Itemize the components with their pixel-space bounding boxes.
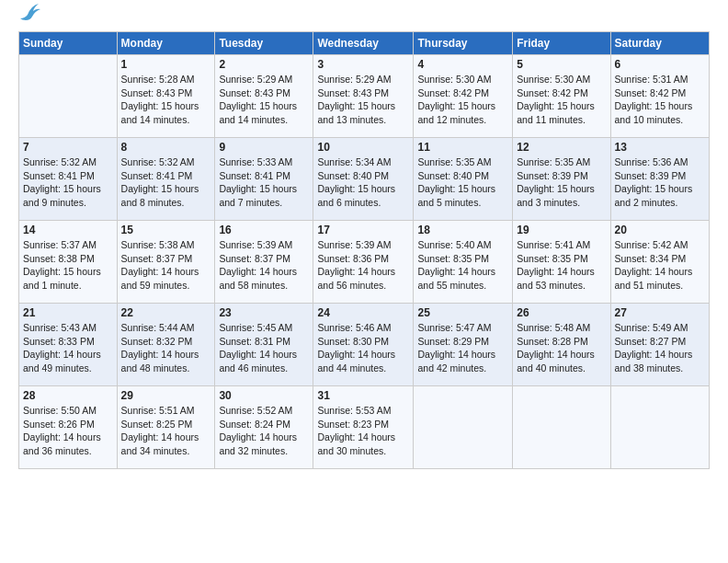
day-info: Sunrise: 5:35 AMSunset: 8:39 PMDaylight:…: [517, 155, 606, 210]
calendar-cell: 18Sunrise: 5:40 AMSunset: 8:35 PMDayligh…: [414, 221, 513, 304]
calendar-cell: 16Sunrise: 5:39 AMSunset: 8:37 PMDayligh…: [215, 221, 313, 304]
day-number: 29: [121, 389, 211, 402]
day-info: Sunrise: 5:47 AMSunset: 8:29 PMDaylight:…: [417, 321, 508, 375]
day-info: Sunrise: 5:37 AMSunset: 8:38 PMDaylight:…: [23, 238, 113, 293]
calendar-day-header: Monday: [117, 32, 215, 55]
day-info: Sunrise: 5:38 AMSunset: 8:37 PMDaylight:…: [121, 238, 211, 293]
calendar-cell: 31Sunrise: 5:53 AMSunset: 8:23 PMDayligh…: [313, 386, 414, 469]
calendar: SundayMondayTuesdayWednesdayThursdayFrid…: [18, 31, 710, 469]
day-number: 12: [517, 141, 606, 154]
calendar-cell: 27Sunrise: 5:49 AMSunset: 8:27 PMDayligh…: [610, 304, 709, 386]
calendar-day-header: Sunday: [19, 32, 118, 55]
calendar-cell: 17Sunrise: 5:39 AMSunset: 8:36 PMDayligh…: [313, 221, 414, 304]
day-info: Sunrise: 5:52 AMSunset: 8:24 PMDaylight:…: [219, 404, 309, 458]
day-info: Sunrise: 5:28 AMSunset: 8:43 PMDaylight:…: [121, 73, 211, 127]
calendar-cell: 6Sunrise: 5:31 AMSunset: 8:42 PMDaylight…: [610, 55, 709, 138]
calendar-cell: 7Sunrise: 5:32 AMSunset: 8:41 PMDaylight…: [19, 138, 118, 221]
calendar-cell: [414, 386, 513, 469]
calendar-cell: 9Sunrise: 5:33 AMSunset: 8:41 PMDaylight…: [215, 138, 313, 221]
day-info: Sunrise: 5:43 AMSunset: 8:33 PMDaylight:…: [23, 321, 113, 375]
day-number: 7: [23, 141, 113, 154]
calendar-cell: 21Sunrise: 5:43 AMSunset: 8:33 PMDayligh…: [19, 304, 118, 386]
calendar-cell: 24Sunrise: 5:46 AMSunset: 8:30 PMDayligh…: [313, 304, 414, 386]
day-number: 17: [317, 224, 409, 236]
calendar-cell: 1Sunrise: 5:28 AMSunset: 8:43 PMDaylight…: [117, 55, 215, 138]
calendar-week-row: 14Sunrise: 5:37 AMSunset: 8:38 PMDayligh…: [19, 221, 710, 304]
day-number: 26: [517, 306, 606, 319]
calendar-day-header: Thursday: [414, 32, 513, 55]
calendar-cell: 28Sunrise: 5:50 AMSunset: 8:26 PMDayligh…: [19, 386, 118, 469]
day-info: Sunrise: 5:30 AMSunset: 8:42 PMDaylight:…: [417, 73, 508, 127]
day-info: Sunrise: 5:44 AMSunset: 8:32 PMDaylight:…: [121, 321, 211, 375]
logo: [18, 15, 40, 22]
day-number: 28: [23, 389, 113, 402]
calendar-cell: [610, 386, 709, 469]
calendar-cell: 30Sunrise: 5:52 AMSunset: 8:24 PMDayligh…: [215, 386, 313, 469]
day-info: Sunrise: 5:32 AMSunset: 8:41 PMDaylight:…: [121, 155, 211, 210]
calendar-cell: 8Sunrise: 5:32 AMSunset: 8:41 PMDaylight…: [117, 138, 215, 221]
calendar-week-row: 28Sunrise: 5:50 AMSunset: 8:26 PMDayligh…: [19, 386, 710, 469]
day-number: 14: [23, 224, 113, 236]
calendar-week-row: 1Sunrise: 5:28 AMSunset: 8:43 PMDaylight…: [19, 55, 710, 138]
day-number: 8: [121, 141, 211, 154]
day-number: 6: [615, 58, 705, 71]
calendar-header-row: SundayMondayTuesdayWednesdayThursdayFrid…: [19, 32, 710, 55]
calendar-cell: 29Sunrise: 5:51 AMSunset: 8:25 PMDayligh…: [117, 386, 215, 469]
day-number: 5: [517, 58, 606, 71]
day-number: 23: [219, 306, 309, 319]
calendar-cell: 4Sunrise: 5:30 AMSunset: 8:42 PMDaylight…: [414, 55, 513, 138]
day-info: Sunrise: 5:31 AMSunset: 8:42 PMDaylight:…: [615, 73, 705, 127]
calendar-cell: 25Sunrise: 5:47 AMSunset: 8:29 PMDayligh…: [414, 304, 513, 386]
day-info: Sunrise: 5:42 AMSunset: 8:34 PMDaylight:…: [615, 238, 705, 293]
calendar-day-header: Saturday: [610, 32, 709, 55]
header: [18, 15, 710, 22]
day-number: 30: [219, 389, 309, 402]
day-number: 3: [317, 58, 409, 71]
calendar-cell: 20Sunrise: 5:42 AMSunset: 8:34 PMDayligh…: [610, 221, 709, 304]
day-info: Sunrise: 5:50 AMSunset: 8:26 PMDaylight:…: [23, 404, 113, 458]
calendar-day-header: Tuesday: [215, 32, 313, 55]
day-number: 16: [219, 224, 309, 236]
day-number: 19: [517, 224, 606, 236]
calendar-cell: [19, 55, 118, 138]
day-info: Sunrise: 5:35 AMSunset: 8:40 PMDaylight:…: [417, 155, 508, 210]
day-number: 10: [317, 141, 409, 154]
day-info: Sunrise: 5:40 AMSunset: 8:35 PMDaylight:…: [417, 238, 508, 293]
page: SundayMondayTuesdayWednesdayThursdayFrid…: [0, 0, 728, 563]
day-info: Sunrise: 5:36 AMSunset: 8:39 PMDaylight:…: [615, 155, 705, 210]
calendar-cell: 2Sunrise: 5:29 AMSunset: 8:43 PMDaylight…: [215, 55, 313, 138]
day-number: 31: [317, 389, 409, 402]
day-number: 20: [615, 224, 705, 236]
day-info: Sunrise: 5:30 AMSunset: 8:42 PMDaylight:…: [517, 73, 606, 127]
calendar-cell: 10Sunrise: 5:34 AMSunset: 8:40 PMDayligh…: [313, 138, 414, 221]
day-number: 22: [121, 306, 211, 319]
logo-bird-icon: [20, 2, 40, 22]
day-number: 11: [417, 141, 508, 154]
calendar-cell: 19Sunrise: 5:41 AMSunset: 8:35 PMDayligh…: [513, 221, 610, 304]
day-info: Sunrise: 5:29 AMSunset: 8:43 PMDaylight:…: [219, 73, 309, 127]
calendar-cell: 15Sunrise: 5:38 AMSunset: 8:37 PMDayligh…: [117, 221, 215, 304]
day-number: 2: [219, 58, 309, 71]
calendar-cell: 14Sunrise: 5:37 AMSunset: 8:38 PMDayligh…: [19, 221, 118, 304]
day-info: Sunrise: 5:39 AMSunset: 8:37 PMDaylight:…: [219, 238, 309, 293]
calendar-cell: 5Sunrise: 5:30 AMSunset: 8:42 PMDaylight…: [513, 55, 610, 138]
calendar-cell: 22Sunrise: 5:44 AMSunset: 8:32 PMDayligh…: [117, 304, 215, 386]
day-number: 27: [615, 306, 705, 319]
day-number: 1: [121, 58, 211, 71]
calendar-cell: [513, 386, 610, 469]
day-info: Sunrise: 5:29 AMSunset: 8:43 PMDaylight:…: [317, 73, 409, 127]
calendar-cell: 26Sunrise: 5:48 AMSunset: 8:28 PMDayligh…: [513, 304, 610, 386]
calendar-cell: 13Sunrise: 5:36 AMSunset: 8:39 PMDayligh…: [610, 138, 709, 221]
calendar-cell: 11Sunrise: 5:35 AMSunset: 8:40 PMDayligh…: [414, 138, 513, 221]
day-info: Sunrise: 5:53 AMSunset: 8:23 PMDaylight:…: [317, 404, 409, 458]
day-info: Sunrise: 5:34 AMSunset: 8:40 PMDaylight:…: [317, 155, 409, 210]
calendar-cell: 12Sunrise: 5:35 AMSunset: 8:39 PMDayligh…: [513, 138, 610, 221]
day-info: Sunrise: 5:48 AMSunset: 8:28 PMDaylight:…: [517, 321, 606, 375]
calendar-cell: 3Sunrise: 5:29 AMSunset: 8:43 PMDaylight…: [313, 55, 414, 138]
day-number: 18: [417, 224, 508, 236]
day-number: 15: [121, 224, 211, 236]
day-info: Sunrise: 5:39 AMSunset: 8:36 PMDaylight:…: [317, 238, 409, 293]
day-number: 9: [219, 141, 309, 154]
calendar-day-header: Wednesday: [313, 32, 414, 55]
day-number: 25: [417, 306, 508, 319]
